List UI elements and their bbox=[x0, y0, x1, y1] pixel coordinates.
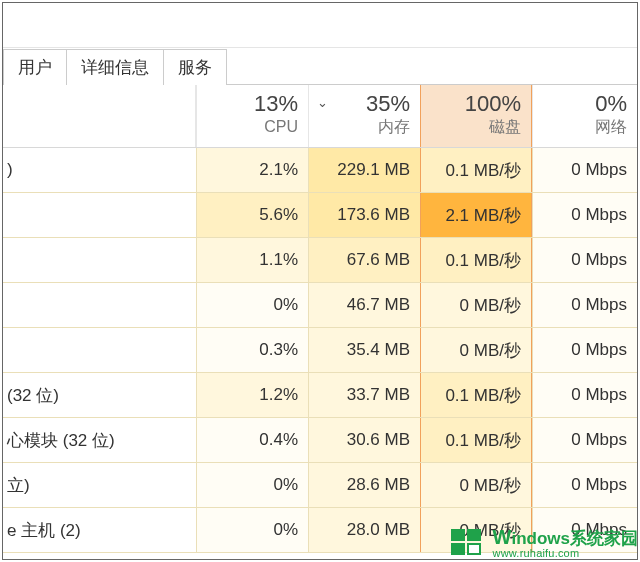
network-cell: 0 Mbps bbox=[532, 238, 637, 282]
watermark-w: W bbox=[493, 526, 512, 548]
cpu-cell: 1.2% bbox=[196, 373, 308, 417]
process-name: (32 位) bbox=[3, 373, 196, 417]
menu-bar-area bbox=[3, 3, 637, 48]
table-row[interactable]: (32 位)1.2%33.7 MB0.1 MB/秒0 Mbps bbox=[3, 373, 637, 418]
process-name: e 主机 (2) bbox=[3, 508, 196, 552]
cpu-cell: 5.6% bbox=[196, 193, 308, 237]
cpu-label: CPU bbox=[201, 117, 298, 136]
tab-strip: 用户 详细信息 服务 bbox=[3, 48, 637, 85]
memory-cell: 35.4 MB bbox=[308, 328, 420, 372]
column-header-name[interactable] bbox=[3, 85, 196, 147]
memory-cell: 173.6 MB bbox=[308, 193, 420, 237]
memory-cell: 67.6 MB bbox=[308, 238, 420, 282]
watermark-text: Windows系统家园 www.ruhaifu.com bbox=[493, 527, 638, 560]
disk-cell: 0.1 MB/秒 bbox=[420, 418, 532, 462]
table-row[interactable]: 0.3%35.4 MB0 MB/秒0 Mbps bbox=[3, 328, 637, 373]
memory-cell: 28.0 MB bbox=[308, 508, 420, 552]
memory-cell: 46.7 MB bbox=[308, 283, 420, 327]
network-cell: 0 Mbps bbox=[532, 283, 637, 327]
network-cell: 0 Mbps bbox=[532, 418, 637, 462]
watermark: Windows系统家园 www.ruhaifu.com bbox=[451, 526, 638, 560]
process-name bbox=[3, 283, 196, 327]
network-usage-percent: 0% bbox=[537, 91, 627, 117]
network-cell: 0 Mbps bbox=[532, 328, 637, 372]
process-name bbox=[3, 238, 196, 282]
watermark-title: indows系统家园 bbox=[511, 529, 638, 548]
memory-cell: 28.6 MB bbox=[308, 463, 420, 507]
table-row[interactable]: 0%46.7 MB0 MB/秒0 Mbps bbox=[3, 283, 637, 328]
table-row[interactable]: )2.1%229.1 MB0.1 MB/秒0 Mbps bbox=[3, 148, 637, 193]
network-cell: 0 Mbps bbox=[532, 193, 637, 237]
disk-usage-percent: 100% bbox=[425, 91, 521, 117]
memory-cell: 229.1 MB bbox=[308, 148, 420, 192]
disk-cell: 0.1 MB/秒 bbox=[420, 238, 532, 282]
process-name bbox=[3, 193, 196, 237]
windows-logo-icon bbox=[451, 529, 487, 557]
watermark-url: www.ruhaifu.com bbox=[493, 548, 638, 560]
network-cell: 0 Mbps bbox=[532, 373, 637, 417]
process-name: 心模块 (32 位) bbox=[3, 418, 196, 462]
tab-users[interactable]: 用户 bbox=[3, 49, 67, 85]
disk-cell: 0 MB/秒 bbox=[420, 328, 532, 372]
column-header-disk[interactable]: 100% 磁盘 bbox=[420, 85, 532, 147]
cpu-cell: 0% bbox=[196, 283, 308, 327]
memory-cell: 30.6 MB bbox=[308, 418, 420, 462]
column-headers: 13% CPU ⌄ 35% 内存 100% 磁盘 0% 网络 bbox=[3, 85, 637, 148]
disk-cell: 0.1 MB/秒 bbox=[420, 148, 532, 192]
disk-cell: 0 MB/秒 bbox=[420, 283, 532, 327]
window-frame: 用户 详细信息 服务 13% CPU ⌄ 35% 内存 100% 磁盘 0% 网… bbox=[2, 2, 638, 560]
cpu-cell: 0% bbox=[196, 508, 308, 552]
disk-cell: 2.1 MB/秒 bbox=[420, 193, 532, 237]
tab-details[interactable]: 详细信息 bbox=[66, 49, 164, 85]
column-header-memory[interactable]: ⌄ 35% 内存 bbox=[308, 85, 420, 147]
column-header-cpu[interactable]: 13% CPU bbox=[196, 85, 308, 147]
cpu-cell: 2.1% bbox=[196, 148, 308, 192]
cpu-cell: 0% bbox=[196, 463, 308, 507]
disk-cell: 0.1 MB/秒 bbox=[420, 373, 532, 417]
disk-cell: 0 MB/秒 bbox=[420, 463, 532, 507]
chevron-down-icon: ⌄ bbox=[317, 95, 328, 110]
table-row[interactable]: 心模块 (32 位)0.4%30.6 MB0.1 MB/秒0 Mbps bbox=[3, 418, 637, 463]
network-cell: 0 Mbps bbox=[532, 148, 637, 192]
memory-cell: 33.7 MB bbox=[308, 373, 420, 417]
cpu-cell: 1.1% bbox=[196, 238, 308, 282]
process-name: ) bbox=[3, 148, 196, 192]
cpu-usage-percent: 13% bbox=[201, 91, 298, 117]
process-name bbox=[3, 328, 196, 372]
memory-label: 内存 bbox=[313, 117, 410, 136]
table-row[interactable]: 1.1%67.6 MB0.1 MB/秒0 Mbps bbox=[3, 238, 637, 283]
process-table: 13% CPU ⌄ 35% 内存 100% 磁盘 0% 网络 )2.1%229.… bbox=[3, 85, 637, 553]
cpu-cell: 0.3% bbox=[196, 328, 308, 372]
table-row[interactable]: 立)0%28.6 MB0 MB/秒0 Mbps bbox=[3, 463, 637, 508]
network-cell: 0 Mbps bbox=[532, 463, 637, 507]
column-header-network[interactable]: 0% 网络 bbox=[532, 85, 637, 147]
tab-services[interactable]: 服务 bbox=[163, 49, 227, 85]
network-label: 网络 bbox=[537, 117, 627, 136]
disk-label: 磁盘 bbox=[425, 117, 521, 136]
process-rows: )2.1%229.1 MB0.1 MB/秒0 Mbps5.6%173.6 MB2… bbox=[3, 148, 637, 553]
process-name: 立) bbox=[3, 463, 196, 507]
cpu-cell: 0.4% bbox=[196, 418, 308, 462]
table-row[interactable]: 5.6%173.6 MB2.1 MB/秒0 Mbps bbox=[3, 193, 637, 238]
